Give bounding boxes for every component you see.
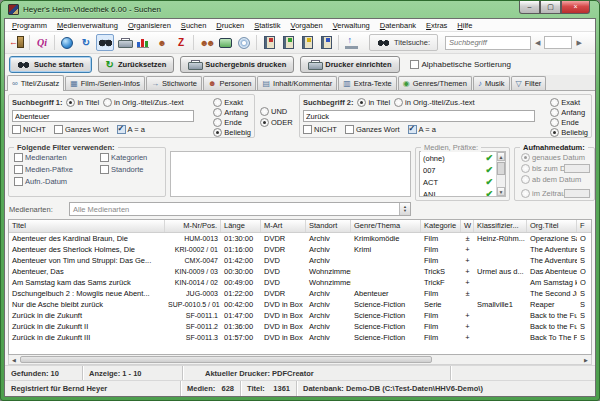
menu-item[interactable]: Extras	[421, 20, 452, 31]
praefix-item[interactable]: (ohne) ✔	[420, 152, 496, 164]
scroll-down-icon[interactable]: ▼	[497, 187, 505, 196]
table-row[interactable]: Abenteuer, Das KIN-0009 / 03 00:30:00 DV…	[9, 266, 591, 277]
tab[interactable]: ∞ Titel/Zusatz	[7, 75, 64, 91]
table-row[interactable]: Nur die Asche bleibt zurück SUP-0010.5 /…	[9, 299, 591, 310]
close-button[interactable]: ×	[561, 1, 590, 14]
exit-icon[interactable]: ←	[8, 34, 26, 51]
media-book-icon[interactable]	[260, 34, 278, 51]
nicht-checkbox[interactable]: NICHT	[303, 125, 337, 134]
menu-item[interactable]: Vorgaben	[286, 20, 328, 31]
tv-icon[interactable]	[216, 34, 234, 51]
praefix-item[interactable]: ANI ✔	[420, 188, 496, 196]
scroll-thumb[interactable]	[497, 162, 505, 175]
tab[interactable]: ◉ Genres/Themen	[398, 76, 472, 90]
scroll-thumb[interactable]	[20, 356, 432, 363]
tab[interactable]: ☻ Personen	[203, 76, 257, 90]
ganzes-wort-checkbox[interactable]: Ganzes Wort	[345, 125, 400, 134]
scroll-right-icon[interactable]: ▶	[581, 356, 591, 364]
quickinfo-icon[interactable]: Qi	[33, 34, 51, 51]
radio-beliebig[interactable]: Beliebig	[213, 127, 251, 137]
table-row[interactable]: Abenteuer des Kardinal Braun, Die HUM-00…	[9, 233, 591, 244]
menu-item[interactable]: Hilfe	[452, 20, 477, 31]
menu-item[interactable]: Programm	[7, 20, 52, 31]
menu-item[interactable]: Statistik	[249, 20, 285, 31]
filter-checkbox[interactable]: Medien-Päfixe	[14, 165, 100, 174]
col-f[interactable]: F	[577, 220, 591, 232]
table-row[interactable]: Zurück in die Zukunft SF-0011.1 01:47:00…	[9, 310, 591, 321]
praefix-item[interactable]: 007 ✔	[420, 164, 496, 176]
menu-item[interactable]: Drucken	[211, 20, 249, 31]
combo-spinner[interactable]: ▲▼	[399, 203, 410, 215]
print-results-button[interactable]: Suchergebnis drucken	[180, 56, 294, 73]
ganzes-wort-checkbox[interactable]: Ganzes Wort	[54, 125, 109, 134]
case-insensitive-checkbox[interactable]: A = a	[408, 125, 436, 134]
radio-in-origtitel[interactable]: in Orig.-titel/Zus.-text	[394, 98, 475, 107]
tab[interactable]: ▦ Film-/Serien-Infos	[65, 76, 145, 90]
reset-button[interactable]: ↻ Zurücksetzen	[98, 56, 175, 73]
quick-search-input[interactable]	[445, 36, 531, 50]
search-binoculars-icon[interactable]	[96, 34, 114, 51]
col-w[interactable]: W	[461, 220, 474, 232]
radio-anfang[interactable]: Anfang	[213, 107, 251, 117]
col-genre[interactable]: Genre/Thema	[351, 220, 421, 232]
printer-icon[interactable]	[115, 34, 133, 51]
radio-in-origtitel[interactable]: in Orig.-titel/Zus.-text	[103, 98, 184, 107]
titelsuche-button[interactable]: Titelsuche:	[369, 34, 438, 51]
col-orgtitel[interactable]: Org.Titel	[527, 220, 577, 232]
menu-item[interactable]: Medienverwaltung	[52, 20, 123, 31]
col-mart[interactable]: M-Art	[261, 220, 306, 232]
radio-genaues-datum[interactable]: genaues Datum	[521, 152, 590, 163]
radio-im-zeitraum[interactable]: im Zeitraum (bis:)	[521, 188, 590, 199]
filter-checkbox[interactable]: Medienarten	[14, 153, 100, 162]
suchbegriff1-input[interactable]	[12, 110, 194, 122]
filter-checkbox[interactable]: Kategorien	[100, 153, 162, 162]
person-stats-icon[interactable]: ☻	[153, 34, 171, 51]
tab[interactable]: ▽ Filter	[511, 76, 547, 90]
radio-ende[interactable]: Ende	[550, 117, 588, 127]
col-standort[interactable]: Standort	[306, 220, 351, 232]
tab[interactable]: ▤ Inhalt/Kommentar	[257, 76, 337, 90]
table-row[interactable]: Abenteuer von Tim und Struppi: Das Ge...…	[9, 255, 591, 266]
table-row[interactable]: Zurück in die Zukunft III SF-0011.3 01:5…	[9, 332, 591, 343]
radio-bis-zum-datum[interactable]: bis zum Datum	[521, 163, 590, 174]
radio-und[interactable]: UND	[260, 107, 297, 116]
table-row[interactable]: Abenteuer des Sherlock Holmes, Die KRI-0…	[9, 244, 591, 255]
kategorien-list[interactable]	[170, 151, 411, 197]
start-search-button[interactable]: Suche starten	[9, 56, 92, 73]
cd-icon[interactable]	[235, 34, 253, 51]
table-row[interactable]: Am Samstag kam das Sams zurück KIN-0014 …	[9, 277, 591, 288]
refresh-icon[interactable]: ↻	[77, 34, 95, 51]
tab[interactable]: ▥ Extra-Texte	[338, 76, 397, 90]
case-insensitive-checkbox[interactable]: A = a	[117, 125, 145, 134]
col-klassifizierung[interactable]: Klassifizier...	[474, 220, 527, 232]
export-icon[interactable]: ↑	[342, 34, 360, 51]
menu-item[interactable]: Organisieren	[123, 20, 176, 31]
col-laenge[interactable]: Länge	[221, 220, 261, 232]
group-icon[interactable]: ☻☻	[197, 34, 215, 51]
date-input[interactable]	[564, 189, 590, 198]
medienarten-combobox[interactable]: Alle Medienarten ▲▼	[69, 202, 411, 216]
scroll-left-icon[interactable]: ◀	[9, 356, 19, 364]
next-result-icon[interactable]: ▶	[573, 39, 584, 47]
col-titel[interactable]: Titel	[9, 220, 165, 232]
radio-ab-dem-datum[interactable]: ab dem Datum	[521, 174, 590, 185]
printer-setup-button[interactable]: Drucker einrichten	[300, 56, 399, 73]
web-globe-icon[interactable]	[58, 34, 76, 51]
statistics-chart-icon[interactable]	[134, 34, 152, 51]
wizard-z-icon[interactable]: Z	[172, 34, 190, 51]
radio-exakt[interactable]: Exakt	[213, 97, 251, 107]
tab[interactable]: → Stichworte	[146, 76, 202, 90]
table-row[interactable]: Zurück in die Zukunft II SF-0011.2 01:36…	[9, 321, 591, 332]
radio-beliebig[interactable]: Beliebig	[550, 127, 588, 137]
media-book-save-icon[interactable]	[317, 34, 335, 51]
radio-in-titel[interactable]: in Titel	[66, 98, 99, 107]
menu-item[interactable]: Verwaltung	[328, 20, 375, 31]
col-kategorie[interactable]: Kategorie	[421, 220, 461, 232]
radio-ende[interactable]: Ende	[213, 117, 251, 127]
radio-anfang[interactable]: Anfang	[550, 107, 588, 117]
col-mnr[interactable]: M-Nr/Pos.	[165, 220, 221, 232]
radio-in-titel[interactable]: in Titel	[357, 98, 390, 107]
radio-oder[interactable]: ODER	[260, 118, 297, 127]
minimize-button[interactable]: –	[519, 1, 540, 14]
titlebar[interactable]: Heyer's Heim-Videothek 6.00 - Suchen – ▢…	[4, 1, 596, 18]
